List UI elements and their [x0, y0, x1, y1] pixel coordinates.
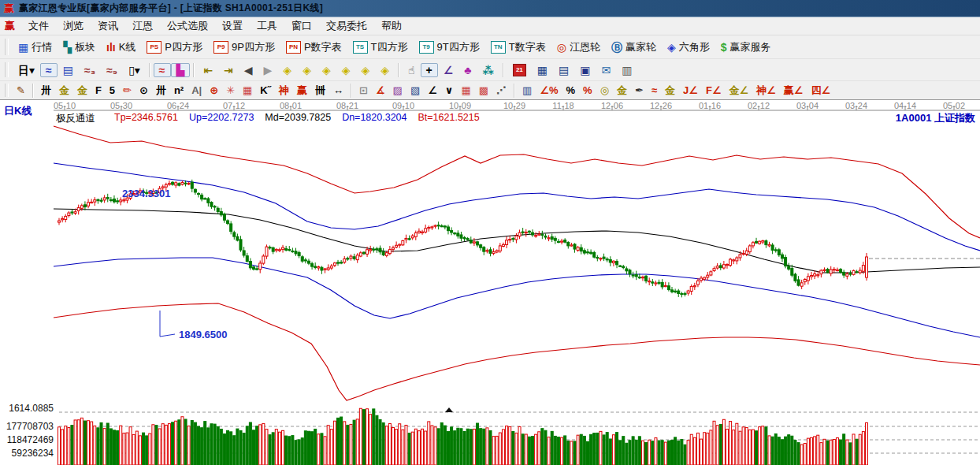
- scale-tool-button[interactable]: 卅: [152, 84, 170, 98]
- zoom-fit-button[interactable]: ◈: [375, 63, 395, 77]
- step-back-button[interactable]: ◀: [239, 63, 258, 77]
- info-panel-button[interactable]: ▤: [58, 63, 79, 77]
- go-last-button[interactable]: ⇥: [218, 63, 239, 77]
- candle-style-button[interactable]: ▯▾: [123, 63, 146, 77]
- menu-item-交易委托[interactable]: 交易委托: [319, 17, 374, 35]
- web-tool-button[interactable]: ✳: [222, 84, 239, 98]
- web-grid-button[interactable]: ▦: [239, 84, 256, 98]
- wave-a-button[interactable]: ≈: [648, 84, 661, 98]
- calendar-button[interactable]: 21: [507, 62, 532, 78]
- gold-circle-button[interactable]: ◎: [596, 84, 613, 98]
- menu-item-工具[interactable]: 工具: [250, 17, 284, 35]
- winner-service-button[interactable]: $赢家服务: [715, 39, 777, 56]
- ink-tool-button[interactable]: ✒: [631, 84, 648, 98]
- profile-chart-button[interactable]: ▙: [171, 63, 191, 77]
- menu-item-窗口[interactable]: 窗口: [284, 17, 319, 35]
- gold-angle-button[interactable]: 金∠: [726, 84, 753, 98]
- period-selector-button[interactable]: 日▾: [13, 63, 40, 77]
- shen-tool-button[interactable]: 神: [275, 84, 293, 98]
- brush-tool-button[interactable]: ✏: [119, 84, 135, 98]
- t-digit-table-button[interactable]: TNT数字表: [485, 39, 551, 56]
- ruler-e-button[interactable]: ▥: [518, 84, 536, 98]
- menu-item-资讯[interactable]: 资讯: [91, 17, 125, 35]
- save-button[interactable]: ▣: [574, 63, 596, 77]
- n-square-button[interactable]: n²: [170, 84, 187, 98]
- 9t-square-button[interactable]: T99T四方形: [414, 39, 485, 56]
- print-button[interactable]: ▥: [616, 63, 637, 77]
- zoom-all-button[interactable]: ◈: [355, 63, 375, 77]
- p-square-button[interactable]: PSP四方形: [141, 39, 208, 56]
- grid-scale-button[interactable]: 卅: [37, 84, 55, 98]
- target-circle-button[interactable]: ⊕: [206, 84, 222, 98]
- menu-item-文件[interactable]: 文件: [21, 17, 56, 35]
- fan-box-purple-button[interactable]: ▨: [389, 84, 406, 98]
- winner-wheel-button[interactable]: Ⓑ赢家轮: [606, 39, 662, 56]
- k-measure-button[interactable]: K˝: [256, 84, 275, 98]
- send-web-button[interactable]: ✉: [596, 63, 617, 77]
- crosshair-button[interactable]: +: [421, 63, 438, 77]
- grid-box-red-button[interactable]: ▩: [475, 84, 492, 98]
- j-angle-button[interactable]: J∠: [679, 84, 702, 98]
- spiral-tool-button[interactable]: ⁂: [477, 63, 499, 77]
- count-grid-button[interactable]: 卌: [311, 84, 329, 98]
- mini-chart-9-button[interactable]: ≈₉: [101, 63, 123, 77]
- zoom-down-button[interactable]: ◈: [336, 63, 356, 77]
- win-angle-button[interactable]: 赢∠: [780, 84, 807, 98]
- gann-flower-button[interactable]: ♣: [458, 63, 477, 77]
- fib-grid-button[interactable]: F: [91, 84, 106, 98]
- pattern-blue-button[interactable]: ≈: [40, 63, 58, 77]
- menu-item-帮助[interactable]: 帮助: [374, 17, 409, 35]
- pan-hand-button[interactable]: ☝: [403, 63, 421, 77]
- text-tool-button[interactable]: A|: [187, 84, 206, 98]
- draw-pen-button[interactable]: ✎: [13, 84, 29, 98]
- calculator-button[interactable]: ▦: [532, 63, 553, 77]
- pattern-red-button[interactable]: ≈: [154, 63, 171, 77]
- win-tool-button[interactable]: 赢: [293, 84, 311, 98]
- f-angle-button[interactable]: F∠: [702, 84, 726, 98]
- percent-angle-button[interactable]: ∠%: [536, 84, 562, 98]
- gold-levels-button[interactable]: 金: [613, 84, 631, 98]
- t-square-button[interactable]: TST四方形: [347, 39, 414, 56]
- gann-wheel-button[interactable]: ◎江恩轮: [551, 39, 606, 56]
- hexagon-button[interactable]: ◈六角形: [662, 39, 715, 56]
- indicator-name[interactable]: 极反通道: [56, 112, 95, 125]
- gold-line-button[interactable]: 金: [661, 84, 679, 98]
- percent-red-button[interactable]: %: [579, 84, 596, 98]
- zoom-left-button[interactable]: ◈: [277, 63, 297, 77]
- menu-item-浏览[interactable]: 浏览: [56, 17, 91, 35]
- chart-canvas[interactable]: 2334.33011849.6500: [0, 100, 980, 465]
- grid-red-button[interactable]: ▦: [457, 84, 474, 98]
- four-angle-button[interactable]: 四∠: [807, 84, 835, 98]
- cycle-tool-button[interactable]: ⊙: [135, 84, 152, 98]
- quotes-button[interactable]: ▦行情: [13, 39, 58, 56]
- p-digit-table-button[interactable]: PNP数字表: [280, 39, 347, 56]
- kline-button[interactable]: ılıK线: [101, 39, 141, 56]
- span-measure-button[interactable]: ↔: [329, 84, 347, 98]
- menu-item-江恩[interactable]: 江恩: [125, 17, 160, 35]
- sectors-button[interactable]: ▚板块: [58, 39, 101, 56]
- menu-item-公式选股[interactable]: 公式选股: [160, 17, 215, 35]
- angle-tool-icon: ∠: [444, 65, 454, 76]
- parallel-lines-button[interactable]: ⋰: [492, 84, 510, 98]
- notes-button[interactable]: ▤: [553, 63, 574, 77]
- chart-area: 2334.33011849.6500 日K线 05-1005-3006-2407…: [0, 100, 980, 465]
- gold-grid-2-button[interactable]: 金: [73, 84, 91, 98]
- zoom-up-button[interactable]: ◈: [317, 63, 336, 77]
- go-first-button[interactable]: ⇤: [198, 63, 218, 77]
- box-tool-button[interactable]: ⊡: [355, 84, 372, 98]
- angle-tool-button[interactable]: ∠: [438, 63, 459, 77]
- five-grid-button[interactable]: 5: [106, 84, 119, 98]
- shen-angle-button[interactable]: 神∠: [752, 84, 780, 98]
- fan-lines-button[interactable]: ∡: [372, 84, 389, 98]
- gann-wheel-label: 江恩轮: [570, 40, 600, 54]
- percent-black-button[interactable]: %: [562, 84, 580, 98]
- fan-box-blue-button[interactable]: ▧: [406, 84, 424, 98]
- menu-item-设置[interactable]: 设置: [215, 17, 250, 35]
- gold-grid-1-button[interactable]: 金: [55, 84, 73, 98]
- 9p-square-button[interactable]: P99P四方形: [208, 39, 280, 56]
- step-forward-button[interactable]: ▶: [258, 63, 278, 77]
- wave-tool-button[interactable]: ∨: [441, 84, 458, 98]
- angle-lines-button[interactable]: ∠: [424, 84, 441, 98]
- mini-chart-3-button[interactable]: ≈₃: [79, 63, 101, 77]
- zoom-right-button[interactable]: ◈: [297, 63, 317, 77]
